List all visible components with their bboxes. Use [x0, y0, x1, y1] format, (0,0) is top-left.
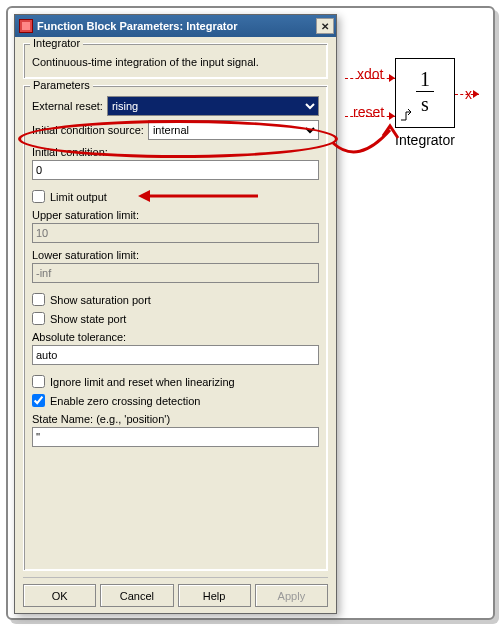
state-name-input[interactable] — [32, 427, 319, 447]
upper-saturation-label: Upper saturation limit: — [32, 209, 319, 221]
enable-zero-crossing-checkbox[interactable] — [32, 394, 45, 407]
show-state-port-checkbox[interactable] — [32, 312, 45, 325]
show-saturation-port-label: Show saturation port — [50, 294, 151, 306]
initial-condition-source-select[interactable]: internal — [148, 120, 319, 140]
dialog-window: Function Block Parameters: Integrator ✕ … — [14, 14, 337, 614]
button-bar: OK Cancel Help Apply — [23, 577, 328, 607]
integrator-group: Integrator Continuous-time integration o… — [23, 43, 328, 79]
port-reset-label: reset — [353, 104, 384, 120]
simulink-diagram: xdot reset 1 s x Integrator — [345, 46, 485, 186]
block-numerator: 1 — [396, 69, 454, 89]
reset-glyph-icon — [400, 109, 414, 121]
upper-saturation-input — [32, 223, 319, 243]
show-state-port-label: Show state port — [50, 313, 126, 325]
apply-button[interactable]: Apply — [255, 584, 328, 607]
initial-condition-source-label: Initial condition source: — [32, 124, 144, 136]
parameters-legend: Parameters — [30, 79, 93, 91]
block-label: Integrator — [385, 132, 465, 148]
limit-output-label: Limit output — [50, 191, 107, 203]
external-reset-label: External reset: — [32, 100, 103, 112]
help-button[interactable]: Help — [178, 584, 251, 607]
parameters-group: Parameters External reset: rising Initia… — [23, 85, 328, 571]
ignore-linearizing-checkbox[interactable] — [32, 375, 45, 388]
titlebar: Function Block Parameters: Integrator ✕ — [15, 15, 336, 37]
close-button[interactable]: ✕ — [316, 18, 334, 34]
ok-button[interactable]: OK — [23, 584, 96, 607]
app-icon — [19, 19, 33, 33]
enable-zero-crossing-label: Enable zero crossing detection — [50, 395, 200, 407]
show-saturation-port-checkbox[interactable] — [32, 293, 45, 306]
port-xdot-label: xdot — [357, 66, 383, 82]
integrator-description: Continuous-time integration of the input… — [32, 54, 319, 70]
initial-condition-label: Initial condition: — [32, 146, 319, 158]
limit-output-checkbox[interactable] — [32, 190, 45, 203]
external-reset-select[interactable]: rising — [107, 96, 319, 116]
integrator-block: 1 s — [395, 58, 455, 128]
lower-saturation-label: Lower saturation limit: — [32, 249, 319, 261]
ignore-linearizing-label: Ignore limit and reset when linearizing — [50, 376, 235, 388]
port-x-label: x — [465, 86, 472, 102]
close-icon: ✕ — [321, 21, 329, 32]
window-title: Function Block Parameters: Integrator — [37, 20, 316, 32]
absolute-tolerance-label: Absolute tolerance: — [32, 331, 319, 343]
absolute-tolerance-input[interactable] — [32, 345, 319, 365]
initial-condition-input[interactable] — [32, 160, 319, 180]
state-name-label: State Name: (e.g., 'position') — [32, 413, 319, 425]
integrator-legend: Integrator — [30, 37, 83, 49]
cancel-button[interactable]: Cancel — [100, 584, 173, 607]
lower-saturation-input — [32, 263, 319, 283]
